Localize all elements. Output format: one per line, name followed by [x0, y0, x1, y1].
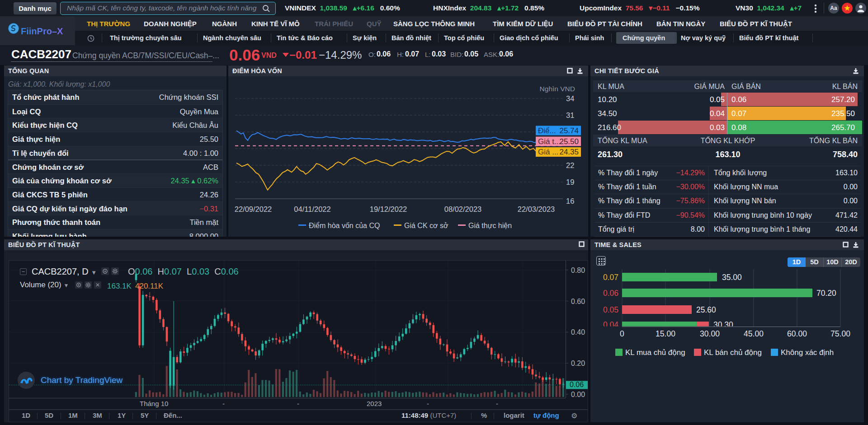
- svg-text:0.07: 0.07: [731, 109, 746, 118]
- svg-text:GIÁ BÁN: GIÁ BÁN: [731, 82, 761, 90]
- svg-text:TỔNG KL BÁN: TỔNG KL BÁN: [809, 136, 858, 145]
- svg-text:265.70: 265.70: [831, 123, 855, 132]
- svg-text:Điểm hòa vốn của CQ: Điểm hòa vốn của CQ: [309, 222, 380, 229]
- svg-text:TỔNG KL MUA: TỔNG KL MUA: [598, 136, 647, 145]
- svg-text:TỔNG KL KHỚP: TỔNG KL KHỚP: [701, 136, 755, 145]
- svg-text:Điể...: Điể...: [538, 126, 556, 135]
- svg-text:22: 22: [566, 161, 574, 169]
- svg-text:0.03: 0.03: [710, 123, 725, 132]
- svg-text:Giá thực hiện: Giá thực hiện: [468, 222, 512, 229]
- svg-text:0.04: 0.04: [710, 109, 725, 118]
- svg-text:04/11/2022: 04/11/2022: [294, 205, 330, 213]
- svg-text:216.60: 216.60: [598, 123, 621, 132]
- svg-text:0.06: 0.06: [731, 95, 746, 104]
- svg-text:10.20: 10.20: [598, 95, 617, 104]
- svg-text:Nghìn VND: Nghìn VND: [540, 85, 575, 93]
- svg-text:Giá t...: Giá t...: [538, 137, 561, 146]
- svg-text:KL BÁN: KL BÁN: [832, 82, 858, 90]
- svg-text:25.74: 25.74: [559, 126, 579, 135]
- svg-text:163.10: 163.10: [715, 150, 740, 159]
- svg-text:KL MUA: KL MUA: [598, 83, 624, 90]
- svg-text:KL bán chủ động: KL bán chủ động: [704, 348, 762, 357]
- svg-text:30.00: 30.00: [700, 329, 720, 338]
- svg-text:22/09/2022: 22/09/2022: [235, 205, 272, 213]
- svg-text:257.20: 257.20: [831, 95, 855, 104]
- svg-text:60.00: 60.00: [787, 329, 807, 338]
- svg-text:0.06: 0.06: [570, 381, 584, 388]
- svg-text:Giá ...: Giá ...: [538, 148, 558, 156]
- svg-text:16: 16: [566, 197, 574, 205]
- svg-text:0.20: 0.20: [571, 360, 585, 367]
- svg-text:22/03/2023: 22/03/2023: [518, 205, 555, 213]
- svg-text:30.30: 30.30: [713, 320, 733, 329]
- svg-text:Không xác định: Không xác định: [781, 348, 834, 357]
- svg-text:25.60: 25.60: [696, 305, 716, 314]
- svg-text:0.05: 0.05: [710, 95, 725, 104]
- svg-text:19: 19: [566, 178, 574, 186]
- svg-text:45.00: 45.00: [744, 329, 764, 338]
- svg-text:34: 34: [566, 94, 574, 103]
- svg-text:235.50: 235.50: [831, 109, 855, 118]
- svg-text:25.50: 25.50: [559, 137, 579, 146]
- svg-text:15.00: 15.00: [656, 329, 675, 338]
- svg-text:70.20: 70.20: [816, 289, 836, 298]
- svg-text:08/02/2023: 08/02/2023: [444, 205, 482, 213]
- svg-text:31: 31: [566, 111, 574, 119]
- svg-text:0.40: 0.40: [571, 328, 585, 336]
- svg-text:GIÁ MUA: GIÁ MUA: [694, 82, 725, 90]
- svg-text:0.06: 0.06: [603, 289, 618, 298]
- svg-text:0.05: 0.05: [603, 305, 618, 314]
- svg-text:0.04: 0.04: [603, 320, 618, 329]
- svg-text:75.00: 75.00: [830, 329, 850, 338]
- svg-text:0.08: 0.08: [731, 123, 746, 132]
- svg-text:19/12/2022: 19/12/2022: [370, 205, 407, 213]
- svg-text:24.35: 24.35: [559, 148, 579, 156]
- svg-text:758.40: 758.40: [833, 150, 858, 159]
- svg-text:0.00: 0.00: [571, 391, 585, 398]
- svg-text:Giá CK cơ sở: Giá CK cơ sở: [404, 222, 448, 229]
- svg-text:KL mua chủ động: KL mua chủ động: [625, 348, 685, 357]
- svg-text:35.00: 35.00: [722, 273, 742, 282]
- svg-text:261.30: 261.30: [598, 150, 623, 159]
- svg-text:0.80: 0.80: [571, 266, 585, 274]
- svg-text:0.07: 0.07: [603, 273, 618, 282]
- svg-text:34.50: 34.50: [598, 109, 617, 118]
- svg-text:0: 0: [620, 329, 624, 338]
- svg-text:0.60: 0.60: [571, 298, 585, 305]
